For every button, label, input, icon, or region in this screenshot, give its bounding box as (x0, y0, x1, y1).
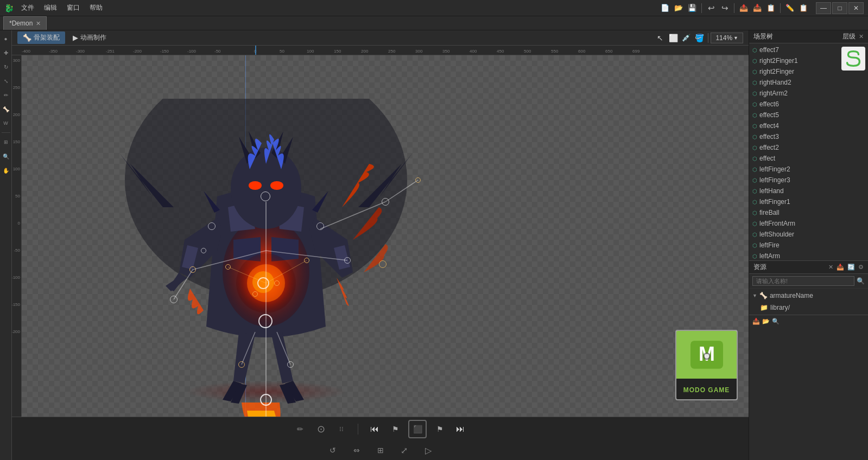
tl-icon-dots[interactable]: ⁝⁝ (334, 421, 349, 437)
tool-weight[interactable]: W (1, 118, 11, 128)
tl-speed[interactable]: ⤢ (397, 443, 412, 458)
hier-item-effect[interactable]: ⬡ effect (749, 153, 868, 164)
tool-bone[interactable]: 🦴 (1, 104, 11, 114)
bone-tail-tip[interactable] (415, 177, 421, 183)
bone-fireball[interactable] (257, 277, 269, 289)
mode-anim[interactable]: ▶ 动画制作 (67, 31, 112, 44)
tool-cursor[interactable]: ↖ (654, 31, 667, 44)
resource-export-icon[interactable]: 🔄 (847, 264, 855, 271)
menu-window[interactable]: 窗口 (62, 2, 84, 14)
zoom-display[interactable]: 114% ▼ (711, 33, 743, 43)
redo-btn[interactable]: ↪ (719, 2, 731, 14)
tab-close-icon[interactable]: ✕ (36, 20, 41, 27)
undo-btn[interactable]: ↩ (705, 2, 717, 14)
bone-tail-node[interactable] (382, 198, 389, 206)
bone-effect4[interactable] (252, 291, 258, 297)
tl-next-keyframe[interactable]: ⏭ (453, 421, 468, 437)
tab-demon[interactable]: *Demon ✕ (3, 16, 47, 30)
mode-pose[interactable]: 🦴 骨架装配 (17, 31, 65, 44)
tl-record[interactable]: ⬛ (408, 420, 427, 438)
bone-right-shoulder[interactable] (316, 222, 324, 230)
hier-item-effect4[interactable]: ⬡ effect4 (749, 120, 868, 131)
tool-move[interactable]: ✚ (1, 48, 11, 58)
res-btn-search2[interactable]: 🔍 (772, 318, 780, 325)
minimize-btn[interactable]: — (816, 2, 831, 14)
hier-item-lefthand[interactable]: ⬡ leftHand (749, 186, 868, 196)
tl-flag-end[interactable]: ⚑ (432, 421, 447, 437)
close-btn[interactable]: ✕ (848, 2, 864, 14)
pose-icon: 🦴 (23, 34, 31, 42)
hier-item-leftfinger3[interactable]: ⬡ leftFinger3 (749, 175, 868, 186)
bone-left-shoulder[interactable] (208, 222, 216, 230)
tool-scale[interactable]: ⤡ (1, 76, 11, 86)
open-btn[interactable]: 📂 (673, 2, 685, 14)
tool-draw[interactable]: ✏ (1, 90, 11, 100)
hier-item-effect5[interactable]: ⬡ effect5 (749, 110, 868, 120)
menu-help[interactable]: 帮助 (85, 2, 107, 14)
tool-select[interactable]: ● (1, 34, 11, 43)
export-btn3[interactable]: 📋 (765, 2, 777, 14)
bone-center[interactable] (258, 314, 273, 328)
tl-icon-dot1[interactable]: ⊙ (313, 421, 328, 437)
bone-left-arm[interactable] (189, 266, 196, 273)
main-canvas[interactable]: M MODO GAME (22, 55, 749, 417)
hier-item-rightarm2[interactable]: ⬡ rightArm2 (749, 88, 868, 99)
resource-import-icon[interactable]: 📥 (837, 264, 844, 271)
menu-edit[interactable]: 编辑 (40, 2, 61, 14)
clipboard-btn[interactable]: 📋 (797, 2, 809, 14)
maximize-btn[interactable]: □ (832, 2, 847, 14)
tool-zoom[interactable]: 🔍 (1, 151, 11, 161)
resource-search-input[interactable] (752, 276, 854, 286)
hier-item-leftfire[interactable]: ⬡ leftFire (749, 240, 868, 251)
hier-item-leftfrontarm[interactable]: ⬡ leftFrontArm (749, 218, 868, 229)
tool-fill[interactable]: 🪣 (693, 31, 706, 44)
bone-left-front-arm[interactable] (201, 248, 206, 253)
tool-eyedrop[interactable]: 💉 (680, 31, 693, 44)
hier-item-fireball[interactable]: ⬡ fireBall (749, 207, 868, 218)
resource-settings-icon[interactable]: ⚙ (858, 264, 864, 271)
res-btn-add[interactable]: 📥 (752, 318, 760, 325)
hier-item-leftshoulder[interactable]: ⬡ leftShoulder (749, 229, 868, 240)
bone-head[interactable] (261, 191, 270, 201)
res-btn-folder-open[interactable]: 📂 (762, 318, 770, 325)
hier-item-leftfinger1[interactable]: ⬡ leftFinger1 (749, 196, 868, 207)
bone-right-leg[interactable] (287, 361, 294, 368)
res-library-item[interactable]: 📁 library/ (749, 302, 868, 314)
bone-body[interactable] (260, 394, 272, 406)
save-btn[interactable]: 💾 (686, 2, 698, 14)
hier-item-leftfinger2[interactable]: ⬡ leftFinger2 (749, 164, 868, 175)
hier-item-righthand2[interactable]: ⬡ rightHand2 (749, 77, 868, 88)
bone-effect2[interactable] (304, 258, 309, 263)
hier-item-effect3[interactable]: ⬡ effect3 (749, 131, 868, 142)
export-btn2[interactable]: 📥 (751, 2, 763, 14)
new-btn[interactable]: 📄 (659, 2, 671, 14)
tool-grid[interactable]: ⊞ (1, 137, 11, 147)
hier-item-effect6[interactable]: ⬡ effect6 (749, 99, 868, 110)
settings-btn[interactable]: ✏️ (784, 2, 796, 14)
resource-close-btn[interactable]: ✕ (828, 264, 833, 271)
tool-rotate[interactable]: ↻ (1, 62, 11, 72)
tool-rect[interactable]: ⬜ (667, 31, 680, 44)
hierarchy-close-btn[interactable]: ✕ (859, 33, 864, 40)
hier-item-effect2[interactable]: ⬡ effect2 (749, 142, 868, 153)
hier-item-leftarm[interactable]: ⬡ leftArm (749, 251, 868, 260)
tl-icon-pen[interactable]: ✏ (293, 421, 308, 437)
hier-item-icon: ⬡ (752, 58, 757, 64)
tl-grid-toggle[interactable]: ⊞ (373, 443, 388, 458)
export-btn1[interactable]: 📤 (738, 2, 750, 14)
bone-right-hand[interactable] (379, 260, 387, 268)
bone-effect3[interactable] (274, 280, 280, 286)
res-armature-item[interactable]: ▼ 🦴 armatureName (749, 290, 868, 302)
bone-right-arm[interactable] (344, 257, 351, 264)
tl-loop[interactable]: ↺ (325, 443, 340, 458)
bone-left-hand[interactable] (170, 296, 178, 303)
tl-zoom-timeline[interactable]: ⇔ (349, 443, 364, 458)
bone-effect1[interactable] (225, 264, 231, 270)
bone-left-leg[interactable] (238, 361, 245, 368)
resource-search-icon[interactable]: 🔍 (857, 277, 865, 285)
menu-file[interactable]: 文件 (17, 2, 39, 14)
tool-pan[interactable]: ✋ (1, 165, 11, 175)
tl-prev-keyframe[interactable]: ⏮ (367, 421, 382, 437)
tl-flag-start[interactable]: ⚑ (388, 421, 403, 437)
tl-next-anim[interactable]: ▷ (421, 443, 436, 458)
